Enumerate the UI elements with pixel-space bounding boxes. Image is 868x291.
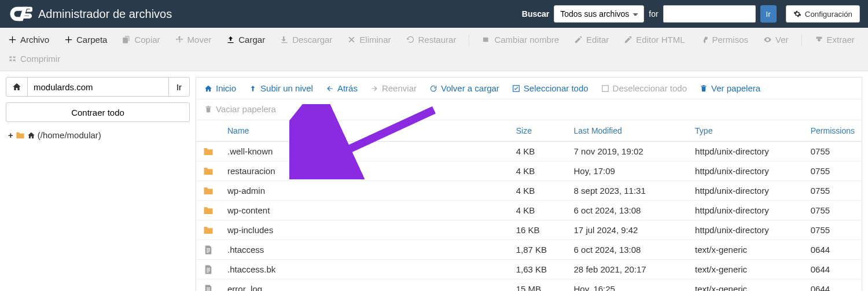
row-permissions: 0644 <box>804 259 862 279</box>
download-icon <box>280 35 289 44</box>
x-icon <box>347 35 356 44</box>
extract-button[interactable]: Extraer <box>812 31 857 48</box>
square-icon <box>601 84 609 93</box>
action-select-all[interactable]: Seleccionar todo <box>512 83 589 93</box>
home-icon <box>27 131 35 139</box>
download-button[interactable]: Descargar <box>278 31 334 48</box>
svg-rect-7 <box>207 269 210 270</box>
action-forward[interactable]: Reenviar <box>370 83 417 93</box>
delete-button[interactable]: Eliminar <box>345 31 393 48</box>
extract-icon <box>815 35 823 44</box>
table-row[interactable]: .htaccess1,87 KB6 oct 2024, 13:08text/x-… <box>196 240 862 259</box>
row-modified: Hoy, 17:09 <box>567 161 689 181</box>
svg-rect-10 <box>207 288 210 288</box>
row-name: wp-content <box>220 200 509 220</box>
plus-icon <box>64 35 73 44</box>
path-row: Ir <box>6 77 190 97</box>
table-row[interactable]: .well-known4 KB7 nov 2019, 19:02httpd/un… <box>196 141 862 161</box>
row-size: 16 KB <box>509 220 567 240</box>
html-icon <box>624 35 632 44</box>
row-icon-cell <box>196 181 220 200</box>
tree-root[interactable]: + (/home/modular) <box>8 130 190 140</box>
collapse-all-button[interactable]: Contraer todo <box>6 102 190 122</box>
action-empty-trash[interactable]: Vaciar papelera <box>204 104 276 114</box>
col-type[interactable]: Type <box>688 120 804 142</box>
settings-button[interactable]: Configuración <box>786 5 860 23</box>
path-go-button[interactable]: Ir <box>169 77 190 97</box>
search-for-label: for <box>649 9 658 19</box>
copy-button[interactable]: Copiar <box>120 31 162 48</box>
action-view-trash[interactable]: Ver papelera <box>700 83 760 93</box>
content-actions: Inicio Subir un nivel Atrás Reenviar Vol… <box>196 78 862 100</box>
search-go-button[interactable]: Ir <box>760 5 777 23</box>
table-row[interactable]: wp-content4 KB6 oct 2024, 13:08httpd/uni… <box>196 200 862 220</box>
arrow-left-icon <box>326 84 334 93</box>
expand-icon[interactable]: + <box>8 130 13 140</box>
check-square-icon <box>512 84 520 93</box>
col-size[interactable]: Size <box>509 120 567 142</box>
table-row[interactable]: error_log15 MBHoy, 16:25text/x-generic06… <box>196 279 862 291</box>
table-row[interactable]: .htaccess.bk1,63 KB28 feb 2021, 20:17tex… <box>196 259 862 279</box>
action-reload[interactable]: Volver a cargar <box>429 83 499 93</box>
svg-rect-1 <box>602 85 608 91</box>
row-modified: 7 nov 2019, 19:02 <box>567 141 689 161</box>
folder-button[interactable]: Carpeta <box>62 31 109 48</box>
edit-button[interactable]: Editar <box>572 31 611 48</box>
home-icon <box>12 82 21 91</box>
rename-button[interactable]: Cambiar nombre <box>480 31 561 48</box>
row-modified: 8 sept 2023, 11:31 <box>567 181 689 200</box>
permissions-button[interactable]: Permisos <box>697 31 751 48</box>
trash-icon <box>204 105 212 113</box>
pencil-icon <box>574 35 583 44</box>
upload-button[interactable]: Cargar <box>224 31 267 48</box>
reload-icon <box>429 84 437 93</box>
settings-label: Configuración <box>805 10 852 19</box>
table-row[interactable]: restauracion4 KBHoy, 17:09httpd/unix-dir… <box>196 161 862 181</box>
row-type: httpd/unix-directory <box>688 181 804 200</box>
search-label: Buscar <box>522 9 549 19</box>
file-table-wrap: Name Size Last Modified Type Permissions… <box>196 120 862 292</box>
html-editor-button[interactable]: Editor HTML <box>621 31 687 48</box>
action-up[interactable]: Subir un nivel <box>249 83 313 93</box>
move-button[interactable]: Mover <box>173 31 214 48</box>
file-button[interactable]: Archivo <box>6 31 52 48</box>
action-home[interactable]: Inicio <box>204 83 236 93</box>
brand-title: Administrador de archivos <box>38 8 172 21</box>
row-modified: 6 oct 2024, 13:08 <box>567 200 689 220</box>
row-size: 4 KB <box>509 161 567 181</box>
action-deselect-all[interactable]: Deseleccionar todo <box>601 83 687 93</box>
col-name[interactable]: Name <box>220 120 509 142</box>
row-name: .well-known <box>220 141 509 161</box>
col-permissions[interactable]: Permissions <box>804 120 862 142</box>
search-input[interactable] <box>663 5 756 23</box>
table-row[interactable]: wp-admin4 KB8 sept 2023, 11:31httpd/unix… <box>196 181 862 200</box>
row-icon-cell <box>196 240 220 259</box>
col-modified[interactable]: Last Modified <box>567 120 689 142</box>
key-icon <box>700 35 708 44</box>
action-back[interactable]: Atrás <box>326 83 358 93</box>
path-input[interactable] <box>28 77 169 97</box>
view-button[interactable]: Ver <box>761 31 791 48</box>
row-type: httpd/unix-directory <box>688 220 804 240</box>
cpanel-logo-icon <box>8 5 32 23</box>
row-type: text/x-generic <box>688 279 804 291</box>
compress-button[interactable]: Comprimir <box>6 50 62 67</box>
eye-icon <box>763 35 772 44</box>
search-scope-select[interactable]: Todos sus archivos <box>554 5 644 23</box>
row-permissions: 0644 <box>804 240 862 259</box>
restore-button[interactable]: Restaurar <box>404 31 459 48</box>
move-icon <box>175 35 184 44</box>
table-row[interactable]: wp-includes16 KB17 jul 2024, 9:42httpd/u… <box>196 220 862 240</box>
row-name: restauracion <box>220 161 509 181</box>
main: Ir Contraer todo + (/home/modular) Inici… <box>0 71 868 291</box>
row-icon-cell <box>196 279 220 291</box>
row-size: 4 KB <box>509 141 567 161</box>
tree-root-label: (/home/modular) <box>38 130 101 140</box>
home-button[interactable] <box>6 77 28 97</box>
svg-rect-11 <box>207 289 210 289</box>
topbar: Administrador de archivos Buscar Todos s… <box>0 0 868 28</box>
row-name: wp-admin <box>220 181 509 200</box>
row-name: error_log <box>220 279 509 291</box>
row-size: 1,87 KB <box>509 240 567 259</box>
tree: + (/home/modular) <box>6 130 190 140</box>
